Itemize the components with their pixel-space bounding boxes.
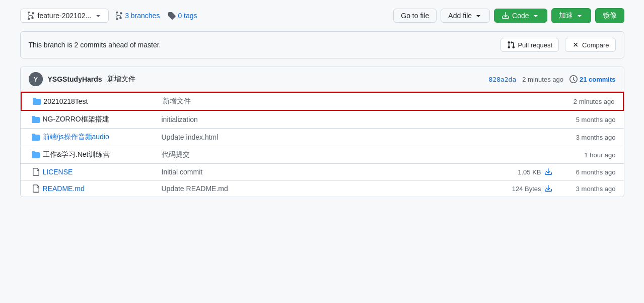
tags-link[interactable]: 0 tags: [168, 12, 197, 20]
branch-icon: [27, 12, 35, 20]
pull-request-button[interactable]: Pull request: [500, 38, 559, 52]
file-time: 2 minutes ago: [554, 98, 615, 105]
folder-icon: [29, 151, 43, 159]
file-icon: [29, 185, 43, 193]
folder-link[interactable]: 前端/js操作音频audio: [43, 133, 109, 141]
file-link[interactable]: README.md: [43, 185, 85, 193]
branches-count: 3 branches: [125, 12, 160, 20]
file-name: 前端/js操作音频audio: [43, 133, 154, 142]
chevron-down-icon: [532, 12, 540, 20]
file-commit-message: 代码提交: [154, 150, 555, 159]
commits-label[interactable]: 21 commits: [580, 76, 616, 83]
commit-hash[interactable]: 828a2da: [488, 76, 516, 83]
file-name: NG-ZORRO框架搭建: [43, 115, 154, 124]
svg-text:Y: Y: [33, 76, 37, 83]
speed-button[interactable]: 加速: [551, 8, 591, 23]
file-size: 1.05 KB: [501, 168, 541, 176]
file-time: 6 months ago: [555, 168, 616, 176]
file-time: 3 months ago: [555, 134, 616, 141]
commit-username: YSGStudyHards: [48, 75, 102, 83]
file-commit-message: Initial commit: [154, 168, 501, 176]
commit-banner: This branch is 2 commits ahead of master…: [20, 31, 624, 58]
file-size: 124 Bytes: [501, 185, 541, 193]
file-time: 3 months ago: [555, 185, 616, 193]
go-to-file-button[interactable]: Go to file: [393, 9, 437, 23]
chevron-down-icon: [576, 12, 584, 20]
commit-message: 新增文件: [107, 75, 135, 84]
file-commit-message: 新增文件: [155, 97, 554, 106]
file-icon: [29, 168, 43, 176]
compare-button[interactable]: Compare: [565, 38, 615, 52]
commits-count: 21 commits: [569, 75, 616, 83]
branches-icon: [115, 12, 123, 20]
chevron-down-icon: [474, 12, 482, 20]
branch-label: feature-202102...: [38, 12, 92, 20]
code-button[interactable]: Code: [494, 9, 547, 23]
branches-link[interactable]: 3 branches: [115, 12, 160, 20]
file-table: Y YSGStudyHards 新增文件 828a2da 2 minutes a…: [20, 67, 624, 197]
file-time: 5 months ago: [555, 116, 616, 124]
file-commit-message: Update index.html: [154, 133, 555, 141]
file-row: LICENSE Initial commit 1.05 KB 6 months …: [21, 164, 624, 180]
chevron-down-icon: [94, 12, 102, 20]
commit-time: 2 minutes ago: [522, 76, 563, 83]
mirror-button[interactable]: 镜像: [595, 8, 624, 23]
file-row: NG-ZORRO框架搭建 initialization 5 months ago: [21, 111, 624, 129]
file-row: 前端/js操作音频audio Update index.html 3 month…: [21, 129, 624, 146]
download-icon[interactable]: [541, 168, 555, 176]
compare-label: Compare: [582, 41, 609, 49]
file-name: 工作&学习.Net训练营: [43, 150, 154, 159]
file-time: 1 hour ago: [555, 151, 616, 159]
clock-icon: [569, 75, 578, 83]
avatar: Y: [29, 72, 43, 86]
file-name: LICENSE: [43, 168, 154, 176]
folder-icon: [29, 133, 43, 141]
folder-icon: [30, 97, 44, 105]
file-row: 工作&学习.Net训练营 代码提交 1 hour ago: [21, 146, 624, 164]
tags-count: 0 tags: [178, 12, 197, 20]
commit-header-right: 828a2da 2 minutes ago 21 commits: [488, 75, 615, 83]
file-row: 20210218Test 新增文件 2 minutes ago: [21, 92, 624, 111]
download-icon: [502, 12, 510, 20]
commit-banner-actions: Pull request Compare: [500, 38, 615, 52]
file-commit-message: initialization: [154, 115, 555, 124]
file-link[interactable]: LICENSE: [43, 168, 73, 176]
toolbar: feature-202102... 3 branches 0 tags Go t…: [20, 8, 624, 23]
commit-banner-message: This branch is 2 commits ahead of master…: [29, 41, 161, 49]
compare-icon: [571, 41, 580, 49]
file-commit-message: Update README.md: [154, 185, 501, 193]
folder-icon: [29, 115, 43, 124]
pull-request-icon: [507, 41, 515, 49]
commit-header-row: Y YSGStudyHards 新增文件 828a2da 2 minutes a…: [21, 67, 624, 92]
pull-request-label: Pull request: [518, 41, 552, 49]
branch-selector[interactable]: feature-202102...: [20, 9, 109, 23]
download-icon[interactable]: [541, 185, 555, 193]
file-name: 20210218Test: [44, 97, 155, 105]
file-name: README.md: [43, 185, 154, 193]
add-file-button[interactable]: Add file: [441, 9, 490, 23]
tag-icon: [168, 12, 176, 20]
file-row: README.md Update README.md 124 Bytes 3 m…: [21, 180, 624, 197]
branch-meta: 3 branches 0 tags: [115, 12, 197, 20]
